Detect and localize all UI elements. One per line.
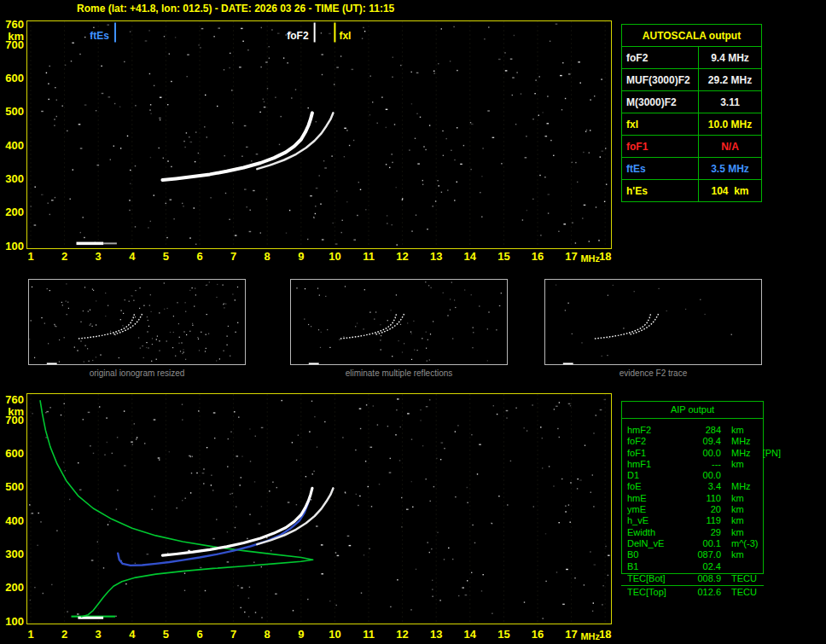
aip-row-value: 00.1 <box>687 538 721 549</box>
aip-row-value: 00.0 <box>687 470 721 481</box>
x-tick-label: 6 <box>196 250 202 263</box>
x-axis-unit-label: MHz <box>580 253 600 264</box>
y-tick-label: 200 <box>5 581 24 594</box>
aip-row-value: 09.4 <box>687 436 721 447</box>
ionogram-traces <box>40 401 333 619</box>
x-tick-label: 1 <box>27 628 33 641</box>
aip-table-rows: hmF2284kmfoF209.4MHzfoF100.0MHz[PN]hmF1-… <box>621 425 796 572</box>
autoscala-table-rows: foF29.4 MHzMUF(3000)F229.2 MHzM(3000)F23… <box>622 46 761 201</box>
autoscala-row-value: 9.4 MHz <box>699 47 761 68</box>
x-tick-label: 10 <box>329 250 340 263</box>
thumb-noise <box>29 281 238 362</box>
x-tick-label: 17 <box>565 628 577 641</box>
aip-row-unit: km <box>721 504 744 515</box>
x-tick-label: 5 <box>163 628 169 641</box>
y-tick-label: 760 <box>5 393 24 406</box>
autoscala-screen: Rome (lat: +41.8, lon: 012.5) - DATE: 20… <box>0 0 826 644</box>
thumb-es-layer <box>563 363 573 364</box>
y-tick-label: 500 <box>5 105 24 118</box>
x-axis-unit-label: MHz <box>580 631 600 641</box>
thumbnail-original-ionogram <box>28 279 246 365</box>
aip-table-row: foF100.0MHz[PN] <box>621 448 796 459</box>
tec-row-label: TEC[Bot] <box>621 573 687 584</box>
x-tick-label: 12 <box>396 250 408 263</box>
autoscala-table-row: foF1N/A <box>622 135 761 157</box>
aip-output-panel: AIP output hmF2284kmfoF209.4MHzfoF100.0M… <box>621 401 800 606</box>
aip-row-unit: m^(-3) <box>721 538 758 549</box>
aip-row-unit: km <box>721 515 744 526</box>
aip-table-row: hmF1---km <box>621 459 796 470</box>
top-ionogram-plot: ftEsfoF2fxI760700600500400300200100km123… <box>0 15 618 268</box>
thumb-es-layer <box>47 363 57 364</box>
autoscala-table-header: AUTOSCALA output <box>622 25 761 46</box>
x-tick-label: 18 <box>599 250 611 263</box>
aip-row-unit: MHz <box>721 436 751 447</box>
x-tick-label: 9 <box>298 628 304 641</box>
aip-row-extra: [PN] <box>751 448 781 459</box>
autoscala-row-label: ftEs <box>622 158 699 179</box>
aip-row-label: B0 <box>621 549 687 560</box>
aip-table-row: B102.4 <box>621 561 796 572</box>
aip-row-unit: km <box>721 527 744 538</box>
autoscala-row-value: 3.5 MHz <box>699 158 761 179</box>
aip-row-unit: MHz <box>721 481 751 492</box>
noise-dots <box>31 24 608 246</box>
autoscala-row-value: 10.0 MHz <box>699 113 761 135</box>
marker-label-ftEs: ftEs <box>90 30 109 42</box>
aip-table-row: foF209.4MHz <box>621 436 796 447</box>
x-tick-label: 8 <box>265 628 270 641</box>
aip-row-label: B1 <box>621 561 687 572</box>
bottom-ionogram-profile-plot: 760700600500400300200100km12345678910111… <box>0 388 618 644</box>
aip-row-label: foF1 <box>621 448 687 459</box>
tec-separator-line <box>621 585 764 586</box>
autoscala-row-value: 29.2 MHz <box>699 69 761 90</box>
aip-table-row: B0087.0km <box>621 549 796 560</box>
grid-lines <box>31 22 605 248</box>
thumb-F2-ordinary-trace <box>79 313 135 339</box>
y-tick-label: 200 <box>5 206 24 218</box>
y-tick-label: 500 <box>5 480 24 493</box>
x-tick-label: 4 <box>129 628 136 641</box>
thumb-F2-ordinary-trace <box>340 313 397 339</box>
tec-top-row: TEC[Top]012.6TECU <box>621 587 796 598</box>
autoscala-table-row: fxI10.0 MHz <box>622 113 761 135</box>
y-tick-label: 760 <box>5 18 24 31</box>
aip-row-value: 02.4 <box>687 561 721 572</box>
aip-row-label: foE <box>621 481 687 492</box>
aip-row-value: --- <box>687 459 721 470</box>
aip-table-row: hmE110km <box>621 493 796 504</box>
axis-labels: 760700600500400300200100km12345678910111… <box>5 18 611 264</box>
aip-row-label: ymE <box>621 504 687 515</box>
aip-row-unit <box>721 561 731 572</box>
aip-row-unit: km <box>721 425 744 436</box>
Es-layer-trace-weak <box>103 242 117 244</box>
y-axis-unit-label: km <box>8 30 24 43</box>
x-tick-label: 15 <box>497 250 509 263</box>
x-tick-label: 6 <box>196 628 202 641</box>
aip-table-row: h_vE119km <box>621 515 796 526</box>
aip-table-row: hmF2284km <box>621 425 796 436</box>
tec-row-unit: TECU <box>721 573 757 584</box>
x-tick-label: 3 <box>96 250 102 263</box>
aip-row-value: 00.0 <box>687 448 721 459</box>
thumb-trace <box>309 313 404 364</box>
electron-density-profile <box>40 401 313 617</box>
y-tick-label: 600 <box>5 447 24 460</box>
autoscala-output-table: AUTOSCALA output foF29.4 MHzMUF(3000)F22… <box>621 24 762 202</box>
x-tick-label: 2 <box>61 250 67 263</box>
y-tick-label: 400 <box>5 514 24 527</box>
aip-row-value: 110 <box>687 493 721 504</box>
aip-row-unit <box>721 470 731 481</box>
F2-ordinary-trace <box>162 113 312 180</box>
thumb-noise <box>556 285 732 357</box>
aip-row-unit: MHz <box>721 448 751 459</box>
autoscala-table-row: MUF(3000)F229.2 MHz <box>622 68 761 90</box>
aip-table-row: foE3.4MHz <box>621 481 796 492</box>
aip-row-unit: km <box>721 493 744 504</box>
y-axis-unit-label: km <box>8 405 24 418</box>
thumbnail-caption-original: original ionogram resized <box>28 368 246 378</box>
aip-row-value: 3.4 <box>687 481 721 492</box>
autoscala-table-row: foF29.4 MHz <box>622 46 761 68</box>
autoscala-row-value: 104 km <box>699 180 761 201</box>
aip-row-unit: km <box>721 459 744 470</box>
